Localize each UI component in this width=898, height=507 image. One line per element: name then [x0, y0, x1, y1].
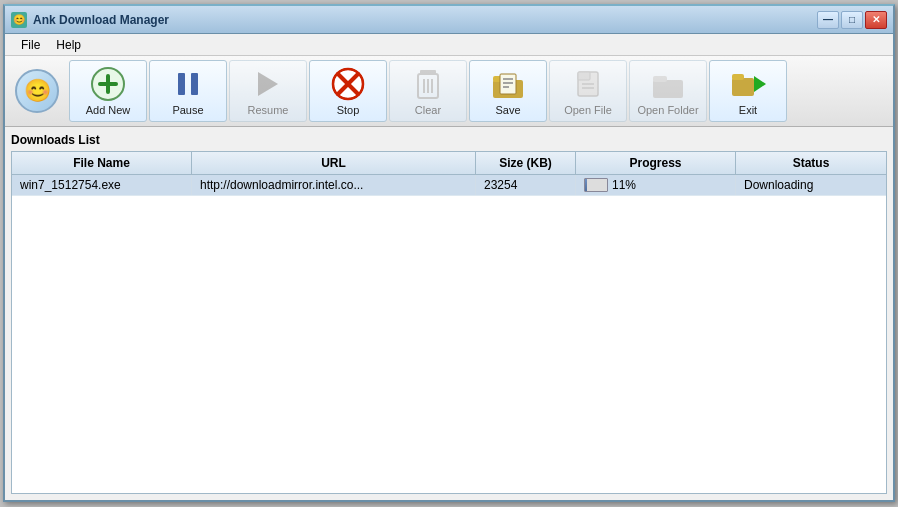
- progress-label: 11%: [612, 178, 636, 192]
- clear-label: Clear: [415, 104, 441, 116]
- table-header: File Name URL Size (KB) Progress Status: [12, 152, 886, 175]
- add-new-label: Add New: [86, 104, 131, 116]
- menu-help[interactable]: Help: [48, 36, 89, 54]
- save-icon: [490, 66, 526, 102]
- resume-button[interactable]: Resume: [229, 60, 307, 122]
- cell-progress: 11%: [576, 175, 736, 195]
- exit-button[interactable]: Exit: [709, 60, 787, 122]
- resume-icon: [250, 66, 286, 102]
- svg-rect-28: [732, 74, 744, 80]
- stop-button[interactable]: Stop: [309, 60, 387, 122]
- exit-icon: [730, 66, 766, 102]
- menu-file[interactable]: File: [13, 36, 48, 54]
- close-button[interactable]: ✕: [865, 11, 887, 29]
- resume-label: Resume: [248, 104, 289, 116]
- open-folder-icon: [650, 66, 686, 102]
- maximize-button[interactable]: □: [841, 11, 863, 29]
- cell-url: http://downloadmirror.intel.co...: [192, 175, 476, 195]
- exit-label: Exit: [739, 104, 757, 116]
- open-folder-label: Open Folder: [637, 104, 698, 116]
- cell-size: 23254: [476, 175, 576, 195]
- svg-rect-25: [653, 80, 683, 98]
- downloads-section-label: Downloads List: [11, 133, 887, 147]
- downloads-area: Downloads List File Name URL Size (KB) P…: [5, 127, 893, 500]
- svg-marker-5: [258, 72, 278, 96]
- col-filename: File Name: [12, 152, 192, 174]
- menu-bar: File Help: [5, 34, 893, 56]
- stop-label: Stop: [337, 104, 360, 116]
- svg-rect-27: [732, 78, 754, 96]
- svg-rect-3: [178, 73, 185, 95]
- logo-face-icon: 😊: [15, 69, 59, 113]
- app-icon: 😊: [11, 12, 27, 28]
- col-progress: Progress: [576, 152, 736, 174]
- main-window: 😊 Ank Download Manager — □ ✕ File Help 😊: [3, 4, 895, 502]
- cell-status: Downloading: [736, 175, 886, 195]
- save-button[interactable]: Save: [469, 60, 547, 122]
- title-bar: 😊 Ank Download Manager — □ ✕: [5, 6, 893, 34]
- pause-button[interactable]: Pause: [149, 60, 227, 122]
- col-status: Status: [736, 152, 886, 174]
- pause-icon: [170, 66, 206, 102]
- svg-rect-26: [653, 76, 667, 82]
- col-size: Size (KB): [476, 152, 576, 174]
- table-body: win7_1512754.exe http://downloadmirror.i…: [12, 175, 886, 196]
- downloads-table: File Name URL Size (KB) Progress Status …: [11, 151, 887, 494]
- app-logo: 😊: [11, 65, 63, 117]
- add-new-button[interactable]: Add New: [69, 60, 147, 122]
- minimize-button[interactable]: —: [817, 11, 839, 29]
- cell-filename: win7_1512754.exe: [12, 175, 192, 195]
- add-new-icon: [90, 66, 126, 102]
- open-file-icon: [570, 66, 606, 102]
- svg-rect-2: [98, 82, 118, 86]
- col-url: URL: [192, 152, 476, 174]
- table-row[interactable]: win7_1512754.exe http://downloadmirror.i…: [12, 175, 886, 196]
- svg-rect-22: [578, 72, 590, 80]
- window-controls: — □ ✕: [817, 11, 887, 29]
- svg-marker-29: [754, 76, 766, 92]
- clear-icon: [410, 66, 446, 102]
- save-label: Save: [495, 104, 520, 116]
- progress-fill: [585, 179, 587, 191]
- progress-bar: [584, 178, 608, 192]
- svg-rect-4: [191, 73, 198, 95]
- toolbar: 😊 Add New Pause: [5, 56, 893, 127]
- pause-label: Pause: [172, 104, 203, 116]
- open-file-label: Open File: [564, 104, 612, 116]
- open-file-button[interactable]: Open File: [549, 60, 627, 122]
- open-folder-button[interactable]: Open Folder: [629, 60, 707, 122]
- clear-button[interactable]: Clear: [389, 60, 467, 122]
- window-title: Ank Download Manager: [33, 13, 817, 27]
- stop-icon: [330, 66, 366, 102]
- svg-rect-17: [500, 74, 516, 94]
